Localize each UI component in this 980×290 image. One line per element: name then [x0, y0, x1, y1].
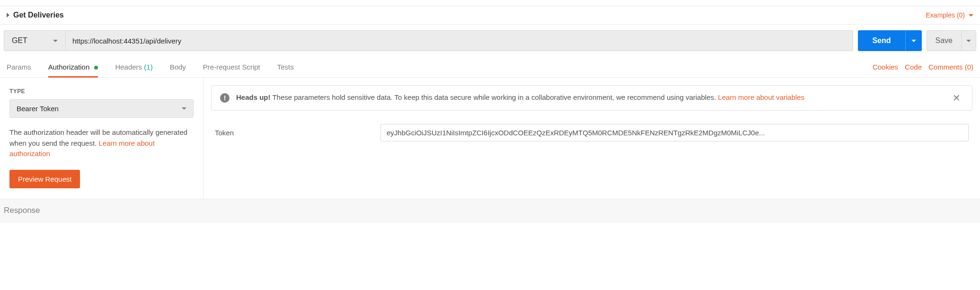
auth-type-select[interactable]: Bearer Token [9, 99, 194, 118]
tab-body[interactable]: Body [170, 57, 186, 77]
close-icon[interactable]: ✕ [950, 92, 963, 104]
preview-request-button[interactable]: Preview Request [9, 170, 80, 188]
chevron-down-icon [911, 40, 916, 42]
info-icon: ! [220, 93, 230, 103]
chevron-down-icon [182, 107, 186, 110]
examples-label: Examples (0) [926, 11, 965, 19]
tab-headers-label: Headers [115, 63, 142, 71]
save-button[interactable]: Save [927, 30, 962, 51]
tab-tests[interactable]: Tests [277, 57, 294, 77]
auth-type-heading: TYPE [9, 88, 194, 95]
examples-dropdown[interactable]: Examples (0) [926, 11, 973, 19]
token-label: Token [215, 129, 362, 137]
token-input[interactable] [380, 124, 969, 141]
notice-body: These parameters hold sensitive data. To… [271, 93, 718, 101]
save-dropdown-button[interactable] [962, 30, 976, 51]
request-name: Get Deliveries [13, 11, 64, 19]
caret-right-icon[interactable] [7, 13, 9, 18]
cookies-link[interactable]: Cookies [873, 63, 898, 71]
status-dot-icon [94, 66, 98, 70]
tab-headers-count: (1) [144, 63, 152, 71]
tab-authorization-label: Authorization [48, 63, 90, 71]
tab-prerequest[interactable]: Pre-request Script [203, 57, 260, 77]
url-input[interactable] [65, 30, 853, 51]
notice-learn-link[interactable]: Learn more about variables [718, 93, 804, 101]
chevron-down-icon [969, 14, 973, 17]
notice-heads-up: Heads up! [236, 93, 271, 101]
response-heading: Response [0, 199, 980, 222]
comments-link[interactable]: Comments (0) [928, 63, 973, 71]
auth-type-value: Bearer Token [17, 105, 59, 113]
code-link[interactable]: Code [905, 63, 922, 71]
http-method-select[interactable]: GET [4, 30, 65, 51]
auth-description: The authorization header will be automat… [9, 127, 194, 159]
tab-params[interactable]: Params [7, 57, 31, 77]
send-button[interactable]: Send [858, 30, 905, 51]
send-dropdown-button[interactable] [905, 30, 922, 51]
tab-authorization[interactable]: Authorization [48, 57, 98, 77]
chevron-down-icon [53, 40, 58, 42]
sensitive-data-notice: ! Heads up! These parameters hold sensit… [211, 85, 972, 111]
http-method-label: GET [12, 36, 27, 45]
tab-headers[interactable]: Headers (1) [115, 57, 152, 77]
chevron-down-icon [966, 40, 971, 42]
